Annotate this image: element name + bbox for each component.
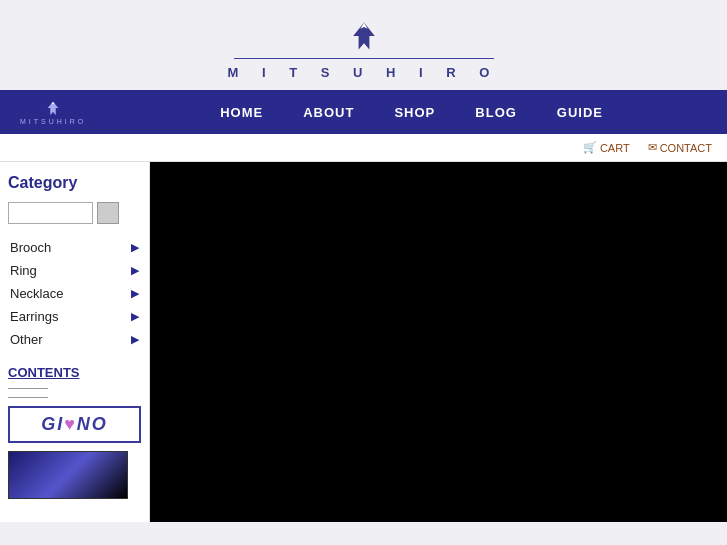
main-layout: Category Brooch ▶ Ring ▶ Necklace ▶ Earr… [0,162,727,522]
svg-marker-2 [48,101,59,115]
ring-arrow-icon: ▶ [131,264,139,277]
category-other-label: Other [10,332,43,347]
search-input[interactable] [8,202,93,224]
category-brooch-label: Brooch [10,240,51,255]
contact-link[interactable]: ✉ CONTACT [648,141,712,154]
nav-blog[interactable]: BLOG [475,105,517,120]
earrings-arrow-icon: ▶ [131,310,139,323]
brand-name: M I T S U H I R O [0,65,727,80]
search-button[interactable] [97,202,119,224]
cart-icon: 🛒 [583,141,597,154]
cart-label: CART [600,142,630,154]
other-arrow-icon: ▶ [131,333,139,346]
givno-heart-icon: ♥ [64,414,77,434]
page-header: M I T S U H I R O [0,0,727,90]
sidebar-divider-2 [8,397,48,398]
sidebar-divider-1 [8,388,48,389]
nav-logo: MITSUHIRO [20,100,86,125]
mitsuhiro-logo-icon [346,18,382,54]
header-divider [234,58,494,59]
necklace-arrow-icon: ▶ [131,287,139,300]
nav-logo-text: MITSUHIRO [20,118,86,125]
category-necklace[interactable]: Necklace ▶ [8,282,141,305]
category-list: Brooch ▶ Ring ▶ Necklace ▶ Earrings ▶ Ot… [8,236,141,351]
givno-logo-text: GI♥NO [41,414,108,435]
nav-home[interactable]: HOME [220,105,263,120]
nav-about[interactable]: ABOUT [303,105,354,120]
category-earrings-label: Earrings [10,309,58,324]
category-necklace-label: Necklace [10,286,63,301]
search-row [8,202,141,224]
contents-link[interactable]: CONTENTS [8,365,141,380]
sidebar-promo-image [8,451,128,499]
category-ring[interactable]: Ring ▶ [8,259,141,282]
main-nav: MITSUHIRO HOME ABOUT SHOP BLOG GUIDE [0,90,727,134]
utility-bar: 🛒 CART ✉ CONTACT [0,134,727,162]
header-logo [0,18,727,54]
mail-icon: ✉ [648,141,657,154]
nav-shop[interactable]: SHOP [394,105,435,120]
category-brooch[interactable]: Brooch ▶ [8,236,141,259]
category-earrings[interactable]: Earrings ▶ [8,305,141,328]
nav-logo-icon [44,100,62,118]
nav-links-container: HOME ABOUT SHOP BLOG GUIDE [116,105,707,120]
sidebar: Category Brooch ▶ Ring ▶ Necklace ▶ Earr… [0,162,150,522]
category-title: Category [8,174,141,192]
nav-guide[interactable]: GUIDE [557,105,603,120]
category-other[interactable]: Other ▶ [8,328,141,351]
contact-label: CONTACT [660,142,712,154]
category-ring-label: Ring [10,263,37,278]
givno-logo-box[interactable]: GI♥NO [8,406,141,443]
brooch-arrow-icon: ▶ [131,241,139,254]
cart-link[interactable]: 🛒 CART [583,141,630,154]
main-content-area [150,162,727,522]
